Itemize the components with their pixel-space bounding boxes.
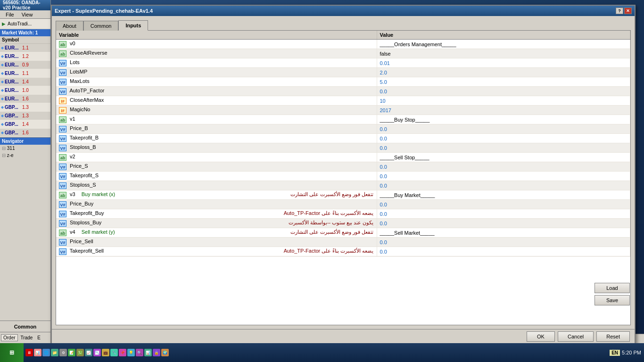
taskbar-icon-11[interactable]: 🔧 (110, 349, 118, 356)
common-tab[interactable]: Common (0, 321, 50, 332)
val-cell-18[interactable]: 0.0 (377, 209, 630, 219)
ok-button[interactable]: OK (527, 331, 555, 342)
var-icon-2: V# (59, 60, 66, 66)
nav-item-ze[interactable]: ⊟ z-e (0, 152, 50, 159)
table-row[interactable]: ab CloseAtReverse false (56, 49, 630, 58)
taskbar-icon-2[interactable]: 📊 (34, 349, 41, 356)
tab-inputs[interactable]: Inputs (118, 20, 148, 31)
taskbar-icon-3[interactable]: 🌐 (42, 349, 50, 356)
val-cell-23[interactable]: 0.0 (377, 256, 630, 257)
symbol-row-6[interactable]: ◆EUR...1.6 (0, 95, 50, 103)
symbol-row-4[interactable]: ◆EUR...1.4 (0, 78, 50, 86)
dialog-close-button[interactable]: ✕ (624, 8, 632, 14)
save-button[interactable]: Save (594, 295, 630, 305)
symbol-row-7[interactable]: ◆GBP...1.3 (0, 103, 50, 112)
menu-file[interactable]: File (2, 11, 18, 18)
val-cell-8[interactable]: _____Buy Stop_____ (377, 115, 630, 124)
val-cell-4[interactable]: 5.0 (377, 77, 630, 87)
table-row[interactable]: I# CloseAfterMax 10 (56, 96, 630, 106)
cancel-button[interactable]: Cancel (558, 331, 594, 342)
taskbar-icon-1[interactable]: 🖥 (25, 349, 33, 356)
table-row[interactable]: V# Price_S 0.0 (56, 162, 630, 172)
trade-tab[interactable]: Trade (19, 335, 35, 341)
var-cell-3: V# LotsMP (56, 68, 377, 77)
val-cell-2[interactable]: 0.01 (377, 58, 630, 68)
table-row[interactable]: V# Price_B 0.0 (56, 124, 630, 134)
taskbar-icon-4[interactable]: 📁 (51, 349, 58, 356)
order-tab[interactable]: Order (1, 334, 18, 341)
val-cell-9[interactable]: 0.0 (377, 124, 630, 134)
table-row[interactable]: ab v2 _____Sell Stop_____ (56, 153, 630, 162)
taskbar-icon-12[interactable]: 📌 (119, 349, 126, 356)
symbol-row-8[interactable]: ◆GBP...1.3 (0, 112, 50, 120)
val-cell-14[interactable]: 0.0 (377, 172, 630, 181)
var-cell-23: V# Stoploss_Sell يكون عند شراء ستوب-- يض… (56, 256, 377, 257)
symbol-row-3[interactable]: ◆EUR...1.1 (0, 69, 50, 78)
inputs-scroll-area[interactable]: Variable Value ab v0 _____Orders Managem… (56, 31, 630, 257)
table-row[interactable]: V# Lots 0.01 (56, 58, 630, 68)
start-button[interactable]: ⊞ (0, 343, 24, 362)
val-cell-11[interactable]: 0.0 (377, 143, 630, 153)
table-row[interactable]: ab v0 _____Orders Management_____ (56, 40, 630, 49)
table-row[interactable]: V# Stoploss_B 0.0 (56, 143, 630, 153)
nav-item-311[interactable]: ⊟ 311 (0, 145, 50, 152)
val-cell-22[interactable]: 0.0 (377, 247, 630, 256)
tab-common[interactable]: Common (83, 21, 119, 31)
val-cell-20[interactable]: _____Sell Market_____ (377, 228, 630, 238)
taskbar-icon-13[interactable]: 💡 (127, 349, 135, 356)
symbol-row-2[interactable]: ◆EUR...0.9 (0, 61, 50, 69)
val-cell-12[interactable]: _____Sell Stop_____ (377, 153, 630, 162)
val-cell-17[interactable]: 0.0 (377, 200, 630, 209)
table-row[interactable]: ab v4 Sell market (y)تتفعل فور وضع الأكس… (56, 228, 630, 238)
table-row[interactable]: V# Takeprofit_Buy يضعه الأكسبرت بناءً عل… (56, 209, 630, 219)
table-row[interactable]: V# Stoploss_Sell يكون عند شراء ستوب-- يض… (56, 256, 630, 257)
val-cell-0[interactable]: _____Orders Management_____ (377, 40, 630, 49)
menu-view[interactable]: View (18, 11, 37, 18)
symbol-row-10[interactable]: ◆GBP...1.6 (0, 129, 50, 137)
table-row[interactable]: V# AutoTP_Factor 0.0 (56, 87, 630, 96)
val-cell-1[interactable]: false (377, 49, 630, 58)
taskbar-icon-14[interactable]: 🔍 (136, 349, 143, 356)
taskbar-icon-8[interactable]: 📈 (85, 349, 92, 356)
table-row[interactable]: V# LotsMP 2.0 (56, 68, 630, 77)
val-cell-7[interactable]: 2017 (377, 106, 630, 115)
val-cell-16[interactable]: _____Buy Market_____ (377, 190, 630, 200)
table-row[interactable]: V# Stoploss_Buy يكون عند بيع ستوب --بواس… (56, 219, 630, 228)
val-cell-10[interactable]: 0.0 (377, 134, 630, 143)
taskbar-icon-10[interactable]: 💼 (102, 349, 109, 356)
symbol-row-5[interactable]: ◆EUR...1.0 (0, 86, 50, 95)
table-row[interactable]: ab v1 _____Buy Stop_____ (56, 115, 630, 124)
taskbar-icon-15[interactable]: 📊 (144, 349, 152, 356)
symbol-row-9[interactable]: ◆GBP...1.4 (0, 120, 50, 129)
table-row[interactable]: V# Stoploss_S 0.0 (56, 181, 630, 190)
table-row[interactable]: I# MagicNo 2017 (56, 106, 630, 115)
taskbar-icon-17[interactable]: 🌍 (161, 349, 169, 356)
reset-button[interactable]: Reset (596, 331, 630, 342)
load-button[interactable]: Load (594, 283, 630, 293)
table-row[interactable]: ab v3 Buy market (x)تتفعل فور وضع الأكسب… (56, 190, 630, 200)
symbol-row-0[interactable]: ◆EUR...1.1 (0, 44, 50, 52)
val-cell-3[interactable]: 2.0 (377, 68, 630, 77)
table-row[interactable]: V# Price_Buy 0.0 (56, 200, 630, 209)
table-row[interactable]: V# Takeprofit_B 0.0 (56, 134, 630, 143)
table-row[interactable]: V# Price_Sell 0.0 (56, 238, 630, 247)
tab-about[interactable]: About (56, 21, 83, 31)
taskbar-icon-7[interactable]: 💹 (76, 349, 84, 356)
val-cell-6[interactable]: 10 (377, 96, 630, 106)
autotrading-button[interactable]: ▶ AutoTradi... (0, 19, 50, 29)
dialog-help-button[interactable]: ? (616, 8, 623, 14)
symbol-row-1[interactable]: ◆EUR...1.2 (0, 52, 50, 61)
taskbar-icon-6[interactable]: 📝 (68, 349, 75, 356)
taskbar-icon-9[interactable]: 📉 (93, 349, 101, 356)
table-row[interactable]: V# MaxLots 5.0 (56, 77, 630, 87)
val-cell-5[interactable]: 0.0 (377, 87, 630, 96)
val-cell-15[interactable]: 0.0 (377, 181, 630, 190)
val-cell-21[interactable]: 0.0 (377, 238, 630, 247)
taskbar-icon-16[interactable]: 🔒 (153, 349, 160, 356)
experts-tab[interactable]: E (35, 335, 42, 341)
taskbar-icon-5[interactable]: ⚙ (59, 349, 67, 356)
val-cell-13[interactable]: 0.0 (377, 162, 630, 172)
val-cell-19[interactable]: 0.0 (377, 219, 630, 228)
table-row[interactable]: V# Takeprofit_S 0.0 (56, 172, 630, 181)
table-row[interactable]: V# Takeprofit_Sell يضعه الأكسبرت بناءً ع… (56, 247, 630, 256)
